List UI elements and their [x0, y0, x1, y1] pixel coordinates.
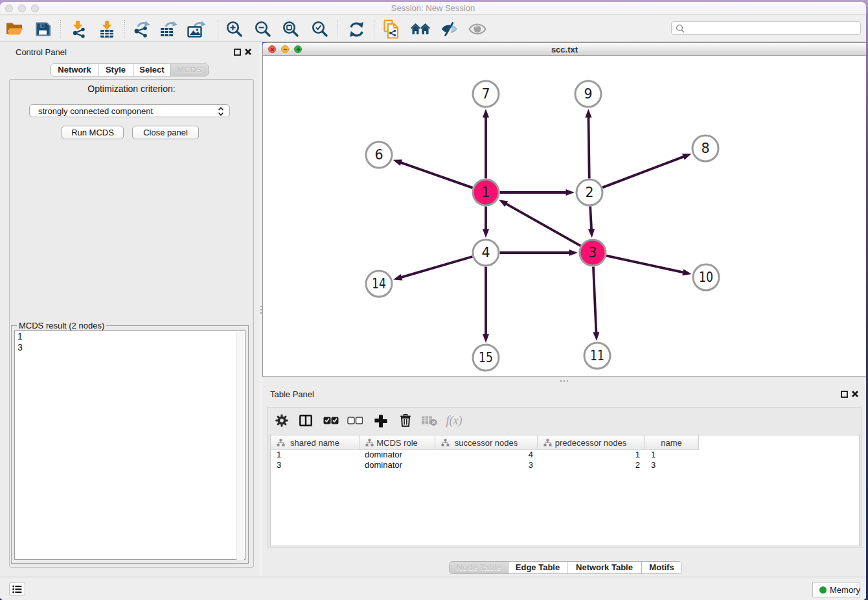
tab-style[interactable]: Style [98, 64, 133, 76]
export-network-button[interactable] [131, 18, 153, 40]
show-all-button[interactable] [466, 18, 488, 40]
houses-icon [410, 21, 431, 38]
table-panel: Table Panel [263, 384, 866, 577]
graph-edge-3-1[interactable] [505, 203, 580, 246]
export-network-icon [133, 20, 151, 38]
graph-edge-arrow [483, 229, 489, 238]
control-panel-float-button[interactable] [233, 48, 241, 56]
fit-columns-button[interactable] [296, 411, 315, 430]
graph-edge-4-14[interactable] [400, 257, 472, 278]
graph-edge-1-6[interactable] [400, 162, 473, 188]
tab-edge-table[interactable]: Edge Table [508, 562, 567, 573]
graph-node-label: 3 [588, 245, 597, 260]
status-bar: Memory [0, 577, 866, 600]
graph-node-label: 9 [584, 86, 592, 102]
column-header-name[interactable]: name [644, 435, 698, 450]
column-settings-button[interactable] [272, 411, 291, 430]
mcds-result-list: 1 3 [14, 330, 246, 560]
graph-edge-3-10[interactable] [606, 256, 685, 273]
export-image-button[interactable] [185, 18, 207, 40]
graph-edge-arrow [566, 189, 575, 196]
deselect-all-button[interactable] [345, 411, 365, 430]
duplicate-network-button[interactable] [381, 18, 403, 40]
table-panel-close-button[interactable] [851, 390, 859, 398]
duplicate-network-icon [383, 19, 401, 39]
mcds-result-title: MCDS result (2 nodes) [17, 321, 106, 330]
table-row[interactable]: 1 dominator 4 1 1 [271, 450, 859, 460]
table-container: f(x) shared name [267, 407, 862, 548]
mcds-result-item[interactable]: 1 [15, 331, 245, 342]
close-icon [244, 48, 252, 56]
apply-layout-button[interactable] [345, 18, 367, 40]
save-session-button[interactable] [32, 18, 54, 40]
result-scrollbar[interactable] [236, 332, 244, 560]
tab-motifs[interactable]: Motifs [641, 562, 681, 573]
graph-node-label: 8 [701, 141, 709, 156]
graph-edge-arrow [593, 332, 599, 341]
refresh-icon [348, 21, 365, 38]
network-window: scc.txt 1234678910111415 [262, 42, 866, 377]
zoom-out-button[interactable] [252, 18, 274, 40]
run-mcds-button[interactable]: Run MCDS [62, 126, 124, 139]
add-row-button[interactable] [371, 411, 391, 430]
tab-select[interactable]: Select [133, 64, 170, 76]
first-neighbors-button[interactable] [409, 18, 431, 40]
gear-icon [275, 413, 289, 428]
control-panel-close-button[interactable] [244, 48, 252, 56]
search-input[interactable] [687, 23, 856, 34]
memory-status-icon [819, 586, 827, 594]
toolbar-separator [337, 20, 338, 38]
graph-edge-arrow [393, 159, 402, 166]
mcds-result-item[interactable]: 3 [15, 342, 245, 353]
zoom-selected-button[interactable] [309, 18, 331, 40]
toolbar-separator [374, 20, 374, 38]
graph-node-label: 1 [481, 185, 490, 200]
table-panel-tabs: Node Table Edge Table Network Table Moti… [449, 561, 682, 574]
control-panel: Control Panel Network Style Select MCDS … [0, 41, 259, 577]
tab-network[interactable]: Network [51, 64, 98, 76]
tab-mcds[interactable]: MCDS [170, 64, 208, 76]
delete-row-button[interactable] [396, 411, 415, 430]
network-canvas[interactable]: 1234678910111415 [263, 56, 865, 376]
tab-network-table[interactable]: Network Table [567, 562, 641, 573]
horizontal-splitter[interactable] [263, 378, 866, 384]
column-header-mcds-role[interactable]: MCDS role [359, 435, 435, 450]
node-table: shared name MCDS role [270, 435, 860, 546]
column-header-successor-nodes[interactable]: successor nodes [435, 435, 537, 450]
criterion-select[interactable]: strongly connected component [29, 104, 230, 117]
table-row[interactable]: 3 dominator 3 2 3 [271, 460, 859, 470]
close-panel-button[interactable]: Close panel [132, 126, 199, 139]
zoom-fit-button[interactable] [280, 18, 302, 40]
import-table-icon [98, 20, 116, 38]
tab-node-table[interactable]: Node Table [450, 562, 508, 573]
checked-boxes-icon [323, 416, 339, 425]
graph-edge-arrow [483, 334, 489, 343]
graph-edge-arrow [588, 229, 595, 238]
delete-table-button[interactable] [420, 411, 439, 430]
select-arrows-icon [218, 107, 224, 116]
graph-edge-3-11[interactable] [593, 266, 597, 334]
export-table-button[interactable] [157, 18, 179, 40]
list-icon [12, 585, 22, 594]
import-table-button[interactable] [96, 18, 118, 40]
task-history-button[interactable] [9, 583, 25, 595]
import-network-button[interactable] [67, 18, 89, 40]
table-panel-float-button[interactable] [840, 390, 848, 398]
column-type-icon [441, 439, 450, 446]
column-header-predecessor-nodes[interactable]: predecessor nodes [537, 435, 644, 450]
graph-node-label: 11 [590, 348, 604, 363]
select-all-button[interactable] [321, 411, 341, 430]
zoom-in-button[interactable] [223, 18, 246, 40]
graph-edge-2-8[interactable] [602, 156, 685, 187]
open-folder-icon [5, 21, 23, 38]
graph-edge-2-9[interactable] [588, 115, 589, 178]
graph-edge-arrow [585, 109, 591, 118]
column-header-shared-name[interactable]: shared name [271, 435, 359, 450]
graph-edge-2-3[interactable] [590, 206, 591, 231]
open-file-button[interactable] [3, 18, 25, 40]
function-builder-button[interactable]: f(x) [442, 411, 466, 430]
hide-selected-button[interactable] [439, 18, 461, 40]
memory-button[interactable]: Memory [812, 582, 860, 597]
zoom-out-icon [254, 20, 272, 38]
float-icon [234, 49, 241, 56]
